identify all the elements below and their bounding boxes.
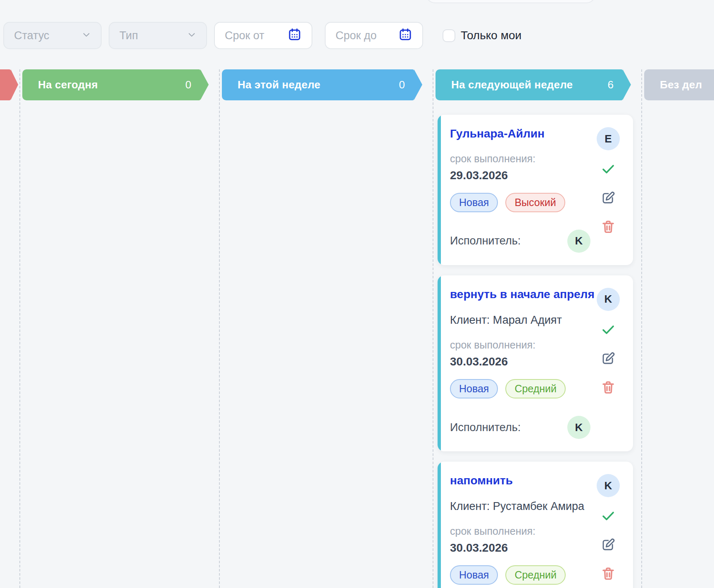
- calendar-icon[interactable]: [398, 27, 412, 44]
- client-line: Клиент: Рустамбек Амира: [450, 500, 595, 513]
- filter-bar: Статус Тип: [0, 22, 714, 49]
- column-title: На следующей неделе: [436, 78, 573, 91]
- column-title: Без дел: [644, 78, 702, 91]
- column-header-next-week[interactable]: На следующей неделе 6: [436, 69, 623, 100]
- due-label: срок выполнения:: [450, 153, 595, 165]
- task-title-link[interactable]: вернуть в начале апреля: [450, 287, 595, 302]
- column-header-this-week[interactable]: На этой неделе 0: [222, 69, 414, 100]
- column-count: 6: [608, 78, 614, 91]
- task-card[interactable]: напомнить Клиент: Рустамбек Амира срок в…: [438, 462, 633, 588]
- column-this-week: На этой неделе 0: [219, 69, 433, 588]
- only-mine-label: Только мои: [461, 29, 521, 42]
- complete-task-button[interactable]: [600, 508, 616, 524]
- assignee-label: Исполнитель:: [450, 421, 521, 434]
- priority-badge: Средний: [505, 565, 566, 585]
- status-badge: Новая: [450, 379, 498, 398]
- due-date: 30.03.2026: [450, 355, 595, 368]
- column-count: 0: [186, 78, 191, 91]
- date-from-field[interactable]: [214, 22, 312, 49]
- only-mine-checkbox[interactable]: [443, 29, 455, 42]
- task-title-link[interactable]: напомнить: [450, 473, 595, 488]
- status-filter-placeholder: Статус: [14, 29, 49, 42]
- due-date: 30.03.2026: [450, 541, 595, 555]
- column-count: 0: [399, 78, 405, 91]
- task-card[interactable]: вернуть в начале апреля Клиент: Марал Ад…: [438, 275, 633, 451]
- complete-task-button[interactable]: [600, 322, 616, 337]
- kanban-board: На сегодня 0 На этой неделе 0 На следующ…: [0, 69, 714, 588]
- top-panel-edge: [426, 0, 596, 3]
- status-badge: Новая: [450, 565, 498, 585]
- owner-avatar: K: [597, 288, 620, 311]
- column-title: На сегодня: [22, 78, 98, 91]
- edit-task-button[interactable]: [600, 190, 616, 206]
- column-title: На этой неделе: [222, 78, 321, 91]
- chevron-down-icon: [187, 29, 196, 42]
- column-next-week: На следующей неделе 6 Гульнара-Айлин сро…: [433, 69, 641, 588]
- column-header-overdue-fragment[interactable]: [0, 69, 11, 100]
- owner-avatar: K: [597, 474, 620, 497]
- delete-task-button[interactable]: [600, 379, 616, 395]
- complete-task-button[interactable]: [600, 161, 616, 177]
- type-filter-placeholder: Тип: [119, 29, 138, 42]
- assignee-avatar: K: [567, 416, 590, 439]
- chevron-down-icon: [82, 29, 91, 42]
- kanban-screen: Статус Тип: [0, 0, 714, 588]
- column-overdue-fragment: [0, 69, 19, 588]
- edit-task-button[interactable]: [600, 537, 616, 552]
- due-date: 29.03.2026: [450, 169, 595, 182]
- delete-task-button[interactable]: [600, 219, 616, 235]
- status-badge: Новая: [450, 193, 498, 212]
- type-filter-select[interactable]: Тип: [109, 22, 207, 49]
- card-accent-bar: [438, 462, 441, 588]
- status-filter-select[interactable]: Статус: [3, 22, 102, 49]
- card-accent-bar: [438, 275, 441, 451]
- task-title-link[interactable]: Гульнара-Айлин: [450, 126, 595, 141]
- priority-badge: Высокий: [505, 193, 565, 212]
- delete-task-button[interactable]: [600, 566, 616, 581]
- client-line: Клиент: Марал Адият: [450, 313, 595, 327]
- column-header-no-tasks[interactable]: Без дел: [644, 69, 714, 100]
- assignee-avatar: K: [567, 230, 590, 253]
- column-no-tasks: Без дел: [641, 69, 714, 588]
- column-today: На сегодня 0: [19, 69, 219, 588]
- date-to-input[interactable]: [336, 29, 393, 42]
- due-label: срок выполнения:: [450, 525, 595, 537]
- card-accent-bar: [438, 115, 441, 265]
- calendar-icon[interactable]: [288, 27, 302, 44]
- card-list: Гульнара-Айлин срок выполнения: 29.03.20…: [433, 100, 641, 588]
- column-header-today[interactable]: На сегодня 0: [22, 69, 200, 100]
- only-mine-toggle[interactable]: Только мои: [443, 29, 521, 42]
- date-to-field[interactable]: [325, 22, 423, 49]
- priority-badge: Средний: [505, 379, 566, 398]
- due-label: срок выполнения:: [450, 339, 595, 351]
- task-card[interactable]: Гульнара-Айлин срок выполнения: 29.03.20…: [438, 115, 633, 265]
- edit-task-button[interactable]: [600, 351, 616, 366]
- owner-avatar: E: [597, 127, 620, 150]
- date-from-input[interactable]: [225, 29, 283, 42]
- assignee-label: Исполнитель:: [450, 235, 521, 247]
